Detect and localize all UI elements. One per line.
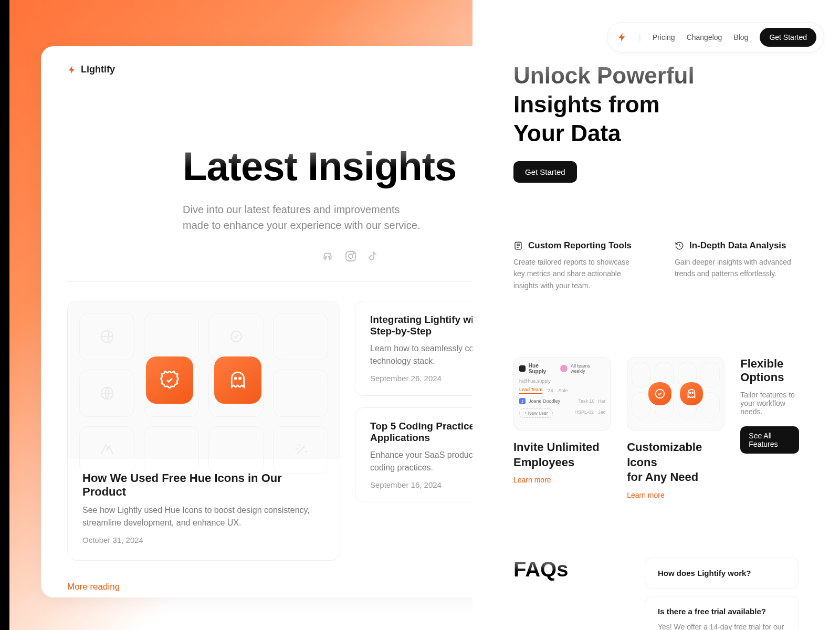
featured-post-date: October 31, 2024: [82, 536, 325, 544]
custom-icons-card: Customizable Icons for Any Need Learn mo…: [627, 357, 724, 500]
lightning-icon[interactable]: [617, 32, 627, 43]
feature-title: In-Depth Data Analysis: [689, 240, 786, 251]
faq-question: Is there a free trial available?: [658, 607, 786, 616]
feature-analysis: In-Depth Data Analysis Gain deeper insig…: [675, 240, 799, 291]
hspl-label: HSPL-02: [575, 410, 594, 415]
feature-title: Custom Reporting Tools: [528, 240, 632, 251]
svg-point-4: [353, 253, 354, 254]
featured-post-title: How We Used Free Hue Icons in Our Produc…: [82, 471, 325, 499]
history-icon: [675, 241, 684, 250]
flex-title-l1: Flexible: [740, 357, 783, 370]
invite-employees-card: Hue Supply All teams weekly hi@hue.suppl…: [513, 357, 611, 485]
icons-preview-image: [627, 357, 724, 430]
report-icon: [513, 241, 523, 250]
hero-title: Latest Insights: [183, 143, 519, 189]
faq-answer: Yes! We offer a 14-day free trial for ou…: [658, 621, 786, 630]
instagram-icon[interactable]: [344, 250, 357, 262]
org-email: hi@hue.supply: [519, 379, 605, 384]
faq-question: How does Lightify work?: [658, 569, 786, 578]
right-hero-l2: Insights from: [513, 91, 660, 117]
task-label: Task 10: [579, 398, 595, 404]
nav-changelog[interactable]: Changelog: [687, 33, 722, 41]
landing-page-card: | Pricing Changelog Blog Get Started Unl…: [472, 0, 840, 630]
faq-item[interactable]: Is there a free trial available? Yes! We…: [645, 596, 799, 630]
right-hero-l1: Unlock Powerful: [513, 62, 695, 88]
nav-blog[interactable]: Blog: [733, 33, 748, 41]
svg-point-15: [692, 392, 694, 393]
user-name: Joane Doodley: [529, 398, 560, 404]
learn-more-link[interactable]: Learn more: [513, 476, 551, 484]
svg-point-10: [235, 377, 236, 379]
feature-desc: Gain deeper insights with advanced trend…: [675, 256, 799, 280]
org-name: Hue Supply: [529, 363, 557, 374]
faqs-section: FAQs How does Lightify work? Is there a …: [472, 500, 840, 630]
card-title-l2: Employees: [513, 456, 574, 469]
feature-cards-row: Hue Supply All teams weekly hi@hue.suppl…: [472, 321, 840, 500]
featured-post-image: [68, 301, 340, 459]
faq-item[interactable]: How does Lightify work?: [645, 558, 799, 589]
jac-label: Jac: [598, 410, 605, 415]
sale-tab[interactable]: Sale: [558, 388, 568, 393]
featured-post-desc: See how Lightly used Hue Icons to boost …: [82, 504, 325, 529]
social-links: [183, 250, 519, 262]
tiktok-icon[interactable]: [368, 250, 380, 262]
svg-point-11: [239, 377, 241, 379]
team-count: 24: [548, 388, 553, 393]
flex-title-l2: Options: [740, 371, 784, 384]
nav-pricing[interactable]: Pricing: [653, 33, 675, 41]
card-title-l1: Customizable Icons: [627, 440, 702, 469]
section-label: All teams weekly: [571, 363, 605, 374]
pill-nav: | Pricing Changelog Blog Get Started: [607, 22, 824, 52]
svg-point-0: [326, 256, 327, 257]
svg-point-3: [349, 254, 353, 258]
feature-reporting: Custom Reporting Tools Create tailored r…: [513, 240, 638, 291]
featured-post-card[interactable]: How We Used Free Hue Icons in Our Produc…: [67, 301, 340, 561]
faqs-title: FAQs: [513, 558, 624, 581]
hero-subtitle-l1: Dive into our latest features and improv…: [183, 204, 400, 215]
flex-desc: Tailor features to your workflow needs.: [740, 391, 799, 416]
ghost-icon-tile: [214, 356, 261, 404]
discord-icon[interactable]: [321, 250, 334, 262]
hero-subtitle-l2: made to enhance your experience with our…: [183, 219, 420, 231]
brand-name: Lightify: [81, 64, 115, 75]
see-all-features-button[interactable]: See All Features: [740, 426, 799, 454]
right-hero-l3: Your Data: [513, 120, 621, 146]
lightning-icon: [67, 65, 77, 75]
team-preview-image: Hue Supply All teams weekly hi@hue.suppl…: [513, 357, 611, 430]
clock-check-icon: [654, 388, 666, 400]
col-label: Har: [598, 398, 606, 404]
team-tab[interactable]: Lead Team: [519, 387, 542, 394]
hero-get-started-button[interactable]: Get Started: [513, 161, 577, 183]
features-row: Custom Reporting Tools Create tailored r…: [472, 183, 840, 291]
brand-logo[interactable]: Lightify: [67, 64, 115, 75]
svg-point-14: [690, 392, 691, 393]
card-title-l1: Invite Unlimited: [513, 440, 600, 454]
card-title-l2: for Any Need: [627, 470, 698, 484]
badge-icon-tile: [146, 356, 193, 404]
learn-more-link[interactable]: Learn more: [627, 491, 665, 499]
svg-point-1: [329, 256, 330, 257]
get-started-button[interactable]: Get Started: [760, 28, 816, 47]
feature-desc: Create tailored reports to showcase key …: [513, 256, 638, 291]
new-user-button[interactable]: + New user: [519, 408, 553, 418]
flexible-options: Flexible Options Tailor features to your…: [740, 357, 799, 454]
ghost-icon: [686, 388, 697, 400]
